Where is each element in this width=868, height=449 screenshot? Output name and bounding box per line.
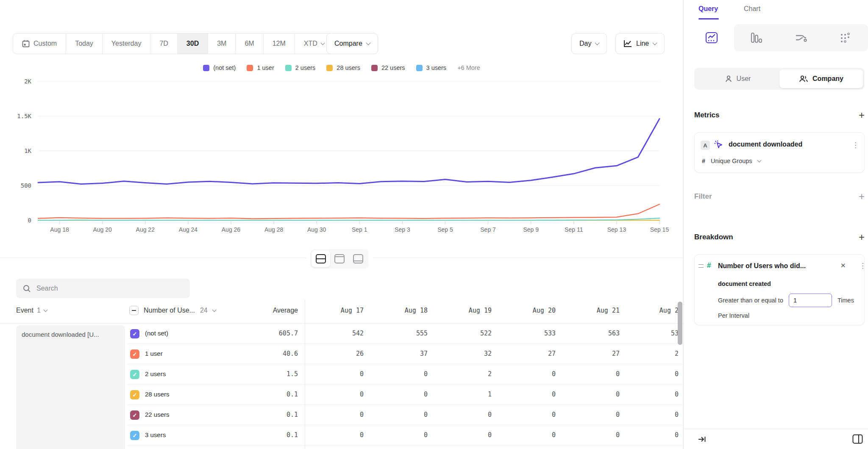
cell-value: 0 (307, 431, 371, 439)
series-checkbox[interactable]: ✓ (130, 390, 139, 399)
chart-type-flow-button[interactable] (779, 24, 823, 51)
range-label: Yesterday (111, 40, 142, 47)
cell-value: 0 (499, 370, 563, 378)
add-filter-button[interactable]: + (859, 191, 865, 202)
metric-menu-button[interactable]: ⋮ (852, 141, 859, 150)
legend-item[interactable]: 1 user (247, 64, 274, 71)
chart-type-select[interactable]: Line (615, 33, 665, 54)
chart-toolbar: CustomTodayYesterday7D30D3M6M12MXTD Comp… (13, 33, 683, 54)
chart-type-more-button[interactable] (823, 24, 868, 51)
search-input[interactable] (36, 285, 183, 292)
cell-value: 1 (435, 391, 499, 398)
tab-query[interactable]: Query (698, 5, 718, 13)
series-label[interactable]: 2 users (145, 370, 166, 377)
filter-section-header: Filter + (694, 191, 865, 202)
toggle-company[interactable]: Company (779, 69, 863, 88)
series-label[interactable]: 22 users (145, 411, 170, 418)
interval-select[interactable]: Day (571, 33, 607, 54)
toggle-panel-button[interactable] (852, 434, 863, 446)
condition-value-input[interactable] (789, 294, 832, 307)
toggle-user[interactable]: User (696, 69, 779, 88)
date-headers: Aug 17Aug 18Aug 19Aug 20Aug 21Aug 2 (307, 307, 683, 314)
metrics-title: Metrics (694, 111, 720, 119)
range-30d[interactable]: 30D (178, 33, 208, 54)
event-cell[interactable]: document downloaded [U... (16, 325, 125, 449)
hash-icon: # (702, 158, 705, 164)
layout-chart-only-button[interactable] (330, 250, 349, 267)
breakdown-menu-button[interactable]: ⋮ (859, 261, 866, 270)
series-label[interactable]: 28 users (145, 391, 170, 398)
row-values: 002000 (307, 370, 683, 378)
chart-legend: (not set)1 user2 users28 users22 users3 … (0, 64, 683, 71)
range-7d[interactable]: 7D (150, 33, 177, 54)
event-column-header[interactable]: Event 1 (16, 307, 47, 314)
chart-type-bar-button[interactable] (734, 24, 779, 51)
legend-label: 3 users (426, 64, 447, 71)
layout-split-button[interactable] (312, 250, 330, 267)
add-breakdown-button[interactable]: + (859, 232, 865, 242)
add-metric-button[interactable]: + (859, 110, 865, 120)
cell-value: 2 (627, 350, 683, 358)
cell-value: 53 (627, 330, 683, 337)
breakdown-event-name[interactable]: document created (718, 280, 771, 287)
legend-color-chip (203, 65, 209, 71)
tab-chart[interactable]: Chart (744, 5, 760, 13)
legend-color-chip (371, 65, 378, 71)
cell-value: 0 (563, 370, 627, 378)
series-label[interactable]: 1 user (145, 350, 163, 357)
series-checkbox[interactable]: ✓ (130, 410, 139, 420)
range-12m[interactable]: 12M (264, 33, 295, 54)
chart-type-line-button[interactable] (689, 24, 734, 51)
layout-table-only-button[interactable] (349, 250, 367, 267)
series-checkbox[interactable]: ✓ (130, 329, 139, 338)
chevron-down-icon (212, 308, 216, 312)
series-label[interactable]: 3 users (145, 431, 166, 438)
select-all-checkbox[interactable] (129, 306, 139, 315)
table-scrollbar[interactable] (678, 302, 682, 345)
legend-item[interactable]: 3 users (416, 64, 447, 71)
cell-value: 0 (371, 431, 435, 439)
calendar-icon (22, 40, 30, 47)
range-label: Custom (33, 40, 57, 47)
x-axis-label: Sep 7 (480, 226, 496, 233)
range-label: Today (75, 40, 93, 47)
metric-event-name[interactable]: document downloaded (729, 141, 802, 148)
date-column-header: Aug 19 (435, 307, 499, 314)
remove-breakdown-button[interactable]: ✕ (840, 262, 846, 269)
event-column-count: 1 (37, 307, 41, 314)
legend-item[interactable]: 2 users (285, 64, 316, 71)
number-property-icon: # (707, 261, 711, 270)
legend-color-chip (285, 65, 292, 71)
breakdown-property[interactable]: Number of Users who did... (718, 262, 806, 270)
condition-unit-label: Times (837, 297, 854, 304)
legend-item[interactable]: 28 users (326, 64, 360, 71)
panel-layout-icon (852, 434, 863, 444)
series-checkbox[interactable]: ✓ (130, 431, 139, 440)
compare-button[interactable]: Compare (326, 33, 378, 54)
event-column-label: Event (16, 307, 33, 314)
breakdown-condition: Greater than or equal to Times (718, 294, 854, 307)
legend-more-button[interactable]: +6 More (457, 64, 480, 71)
range-3m[interactable]: 3M (208, 33, 236, 54)
range-yesterday[interactable]: Yesterday (103, 33, 151, 54)
metric-aggregation[interactable]: # Unique Groups (702, 158, 761, 164)
range-label: 3M (217, 40, 226, 47)
drag-handle-icon[interactable] (698, 264, 704, 268)
collapse-sidebar-button[interactable] (698, 435, 707, 446)
range-custom[interactable]: Custom (13, 33, 66, 54)
per-interval-label[interactable]: Per Interval (718, 312, 749, 319)
condition-label[interactable]: Greater than or equal to (718, 297, 783, 304)
range-6m[interactable]: 6M (236, 33, 263, 54)
series-checkbox[interactable]: ✓ (130, 370, 139, 379)
series-checkbox[interactable]: ✓ (130, 349, 139, 359)
legend-item[interactable]: 22 users (371, 64, 405, 71)
range-label: 7D (159, 40, 168, 47)
series-label[interactable]: (not set) (145, 330, 168, 337)
series-column-label[interactable]: Number of Use... (144, 307, 195, 314)
legend-item[interactable]: (not set) (203, 64, 236, 71)
layout-toggle (306, 247, 373, 270)
metric-card: A document downloaded ⋮ # Unique Groups (694, 132, 865, 173)
cell-value: 37 (371, 350, 435, 358)
range-today[interactable]: Today (66, 33, 103, 54)
cell-value: 0 (627, 391, 683, 398)
